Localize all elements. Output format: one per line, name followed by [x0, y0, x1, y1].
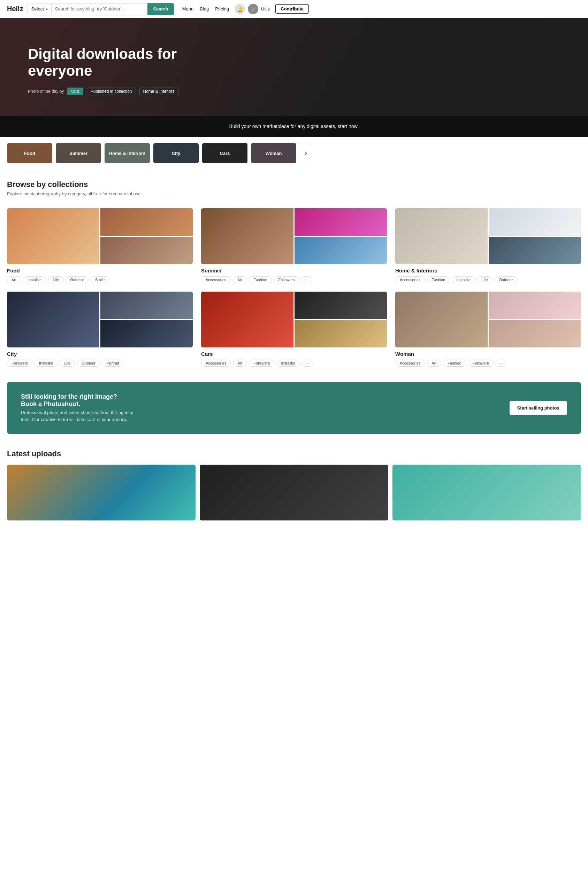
latest-image-2[interactable] — [200, 465, 388, 520]
category-pill-food[interactable]: Food — [7, 143, 52, 163]
collection-img-bottom-home — [489, 237, 581, 265]
tag-art[interactable]: Art — [233, 360, 247, 367]
collection-name-summer: Summer — [201, 268, 387, 274]
tag-art[interactable]: Art — [7, 276, 21, 283]
search-input[interactable] — [52, 3, 147, 15]
promo-text: Build your own marketplace for any digit… — [230, 123, 359, 129]
tag-fashion[interactable]: Fashion — [249, 276, 272, 283]
search-bar: Select Search — [27, 3, 174, 15]
tag-art[interactable]: Art — [233, 276, 247, 283]
tag-instalike[interactable]: Instalike — [23, 276, 46, 283]
tag-followers[interactable]: Followers — [249, 360, 274, 367]
collection-name-home: Home & Interiors — [395, 268, 581, 274]
tag-followers[interactable]: Followers — [274, 276, 299, 283]
latest-grid — [7, 465, 581, 520]
cta-heading: Still looking for the right image? Book … — [21, 393, 140, 408]
collection-img-main-food — [7, 208, 99, 264]
tag-smile[interactable]: Smile — [91, 276, 110, 283]
latest-image-3[interactable] — [393, 465, 581, 520]
collection-card-cars[interactable]: Cars AccessoriesArtFollowersInstalike··· — [201, 292, 387, 367]
category-pill-woman[interactable]: Woman — [251, 143, 296, 163]
collection-card-woman[interactable]: Woman AccessoriesArtFashionFollowers··· — [395, 292, 581, 367]
collection-card-food[interactable]: Food ArtInstalikeLifeOutdoorSmile — [7, 208, 193, 283]
cta-banner: Still looking for the right image? Book … — [7, 382, 581, 434]
navbar: Heilz Select Search Menu Blog Pricing 🔔 … — [0, 0, 588, 18]
brand-logo[interactable]: Heilz — [7, 5, 23, 13]
category-label-woman: Woman — [266, 151, 282, 156]
tag-accessories[interactable]: Accessories — [201, 276, 231, 283]
category-label-cars: Cars — [220, 151, 230, 156]
collection-img-top-summer — [294, 208, 387, 236]
collection-card-city[interactable]: City FollowersInstalikeLifeOutdoorPortra… — [7, 292, 193, 367]
collection-card-summer[interactable]: Summer AccessoriesArtFashionFollowers··· — [201, 208, 387, 283]
collection-name-woman: Woman — [395, 351, 581, 357]
collection-more-woman[interactable]: ··· — [496, 360, 507, 367]
collection-images-summer — [201, 208, 387, 264]
category-pill-city[interactable]: City — [153, 143, 199, 163]
notification-icon[interactable]: 🔔 — [235, 4, 245, 14]
tag-instalike[interactable]: Instalike — [34, 360, 57, 367]
collection-img-bottom-cars — [294, 320, 387, 348]
hero-collection-tag[interactable]: Home & Interiors — [140, 87, 178, 95]
latest-image-1[interactable] — [7, 465, 195, 520]
collection-img-main-home — [395, 208, 488, 264]
hero-published-tag[interactable]: Published in collection — [87, 87, 136, 95]
cta-text: Still looking for the right image? Book … — [21, 393, 140, 423]
tag-outdoor[interactable]: Outdoor — [66, 276, 88, 283]
category-label-summer: Summer — [69, 151, 87, 156]
collection-tags-home: AccessoriesFashionInstalikeLifeOutdoor — [395, 276, 581, 283]
tag-life[interactable]: Life — [477, 276, 492, 283]
category-label-home: Home & Interiors — [109, 151, 146, 156]
collection-img-top-home — [489, 208, 581, 236]
tag-fashion[interactable]: Fashion — [427, 276, 450, 283]
collection-card-home[interactable]: Home & Interiors AccessoriesFashionInsta… — [395, 208, 581, 283]
photo-of-day-label: Photo of the day by — [28, 89, 64, 94]
collection-images-woman — [395, 292, 581, 347]
tag-followers[interactable]: Followers — [7, 360, 32, 367]
contribute-button[interactable]: Contribute — [275, 4, 309, 14]
hero-meta: Photo of the day by Utilz Published in c… — [28, 87, 560, 95]
select-label: Select — [32, 6, 44, 12]
cta-body: Professional photo and video shoots with… — [21, 409, 140, 423]
nav-menu[interactable]: Menu — [182, 6, 194, 12]
category-next-button[interactable]: › — [300, 143, 312, 163]
collection-img-top-city — [100, 292, 193, 319]
tag-instalike[interactable]: Instalike — [276, 360, 299, 367]
collection-tags-summer: AccessoriesArtFashionFollowers··· — [201, 276, 387, 283]
tag-accessories[interactable]: Accessories — [201, 360, 231, 367]
hero-user-tag[interactable]: Utilz — [67, 87, 83, 95]
tag-fashion[interactable]: Fashion — [443, 360, 466, 367]
latest-section: Latest uploads — [0, 441, 588, 529]
hero-title: Digital downloads for everyone — [28, 46, 195, 80]
category-label-city: City — [172, 151, 180, 156]
collection-img-main-summer — [201, 208, 294, 264]
category-label-food: Food — [24, 151, 35, 156]
tag-life[interactable]: Life — [48, 276, 63, 283]
tag-art[interactable]: Art — [427, 360, 441, 367]
select-dropdown[interactable]: Select — [27, 3, 52, 15]
category-pill-cars[interactable]: Cars — [202, 143, 248, 163]
collection-name-cars: Cars — [201, 351, 387, 357]
collection-img-bottom-food — [100, 237, 193, 265]
tag-outdoor[interactable]: Outdoor — [495, 276, 518, 283]
collection-more-cars[interactable]: ··· — [302, 360, 313, 367]
tag-portrait[interactable]: Portrait — [102, 360, 123, 367]
username-label[interactable]: Utilz — [261, 6, 270, 12]
tag-instalike[interactable]: Instalike — [452, 276, 475, 283]
start-selling-button[interactable]: Start selling photos — [510, 401, 567, 415]
nav-pricing[interactable]: Pricing — [215, 6, 229, 12]
category-pill-summer[interactable]: Summer — [56, 143, 101, 163]
search-button[interactable]: Search — [147, 3, 174, 15]
collection-more-summer[interactable]: ··· — [302, 276, 312, 283]
user-area: 🔔 U Utilz Contribute — [235, 4, 309, 14]
tag-accessories[interactable]: Accessories — [395, 360, 425, 367]
tag-life[interactable]: Life — [60, 360, 75, 367]
tag-outdoor[interactable]: Outdoor — [77, 360, 100, 367]
category-pill-home[interactable]: Home & Interiors — [105, 143, 150, 163]
latest-title: Latest uploads — [7, 449, 581, 459]
avatar[interactable]: U — [248, 4, 258, 14]
tag-accessories[interactable]: Accessories — [395, 276, 425, 283]
category-row: Food Summer Home & Interiors City Cars W… — [0, 137, 588, 170]
nav-blog[interactable]: Blog — [200, 6, 209, 12]
tag-followers[interactable]: Followers — [468, 360, 494, 367]
